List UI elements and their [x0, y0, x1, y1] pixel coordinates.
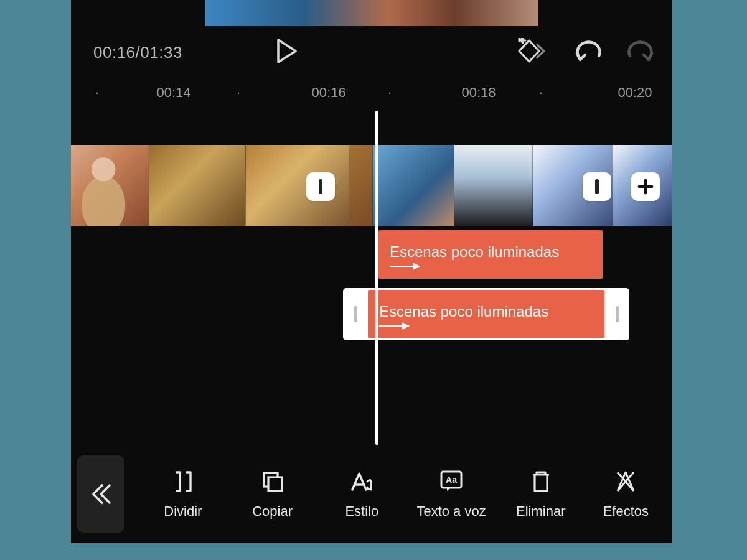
timeline-ruler[interactable]: · 00:14 · 00:16 · 00:18 · 00:20 — [71, 78, 672, 106]
undo-icon — [574, 40, 603, 62]
text-to-speech-icon: Aa — [438, 469, 464, 495]
text-clip-label: Escenas poco iluminadas — [390, 243, 591, 261]
redo-button[interactable] — [626, 40, 655, 65]
text-clip-label: Escenas poco iluminadas — [379, 303, 593, 320]
clip[interactable] — [454, 145, 533, 226]
svg-rect-6 — [268, 477, 282, 491]
ruler-label: 00:14 — [156, 85, 190, 101]
clip[interactable] — [71, 145, 149, 226]
playback-controls: 00:16/01:33 — [71, 26, 672, 78]
text-style-icon — [349, 469, 375, 495]
svg-text:Aa: Aa — [446, 475, 457, 485]
clip[interactable] — [149, 145, 246, 226]
trash-icon — [528, 469, 554, 495]
keyframe-add-icon — [517, 38, 550, 64]
tool-effects[interactable]: Efectos — [586, 469, 666, 520]
tool-divide[interactable]: Dividir — [138, 469, 228, 520]
transition-chip[interactable] — [583, 172, 611, 201]
tool-label: Dividir — [164, 503, 202, 520]
tool-delete[interactable]: Eliminar — [496, 469, 586, 520]
play-button[interactable] — [276, 39, 298, 66]
time-display: 00:16/01:33 — [93, 43, 182, 62]
clip[interactable] — [349, 145, 373, 226]
playhead[interactable] — [375, 111, 378, 445]
tool-style[interactable]: Estilo — [317, 469, 406, 520]
tool-tts[interactable]: Aa Texto a voz — [406, 469, 496, 520]
arrow-right-icon — [390, 266, 420, 267]
transition-bar-icon — [319, 179, 322, 194]
ruler-tick: · — [95, 85, 99, 101]
transition-chip[interactable] — [306, 172, 335, 201]
clip[interactable] — [373, 145, 454, 226]
copy-icon — [260, 469, 286, 495]
video-editor-app: 00:16/01:33 — [71, 0, 672, 543]
bottom-toolbar: Dividir Copiar Estilo Aa Texto a voz — [71, 445, 672, 543]
tool-label: Eliminar — [516, 503, 565, 520]
keyframe-add-button[interactable] — [517, 38, 550, 67]
back-button[interactable] — [77, 455, 125, 533]
undo-button[interactable] — [574, 40, 603, 65]
ruler-label: 00:18 — [461, 85, 496, 101]
ruler-label: 00:20 — [618, 85, 652, 101]
selected-text-clip[interactable]: Escenas poco iluminadas — [343, 288, 629, 340]
effects-icon — [613, 469, 639, 495]
ruler-tick: · — [237, 85, 240, 101]
ruler-label: 00:16 — [311, 85, 345, 101]
timeline-area[interactable]: Escenas poco iluminadas Escenas poco ilu… — [71, 106, 672, 445]
plus-icon — [637, 178, 654, 195]
preview-thumbnail — [205, 0, 538, 26]
redo-icon — [626, 40, 655, 62]
split-icon — [170, 469, 196, 495]
tool-copy[interactable]: Copiar — [228, 469, 317, 520]
text-clip[interactable]: Escenas poco iluminadas — [378, 230, 603, 279]
arrow-right-icon — [379, 325, 409, 327]
transition-bar-icon — [595, 179, 599, 194]
tool-label: Copiar — [252, 503, 293, 520]
preview-strip — [71, 0, 672, 26]
tool-label: Estilo — [345, 503, 378, 520]
trim-handle-right[interactable] — [604, 288, 629, 340]
trim-handle-left[interactable] — [343, 288, 368, 340]
add-clip-button[interactable] — [631, 172, 660, 201]
chevron-double-left-icon — [88, 482, 113, 506]
tool-label: Efectos — [603, 503, 649, 520]
play-icon — [276, 39, 298, 63]
text-clip[interactable]: Escenas poco iluminadas — [368, 290, 604, 338]
ruler-tick: · — [539, 85, 543, 101]
ruler-tick: · — [388, 85, 392, 101]
tool-label: Texto a voz — [416, 503, 486, 520]
